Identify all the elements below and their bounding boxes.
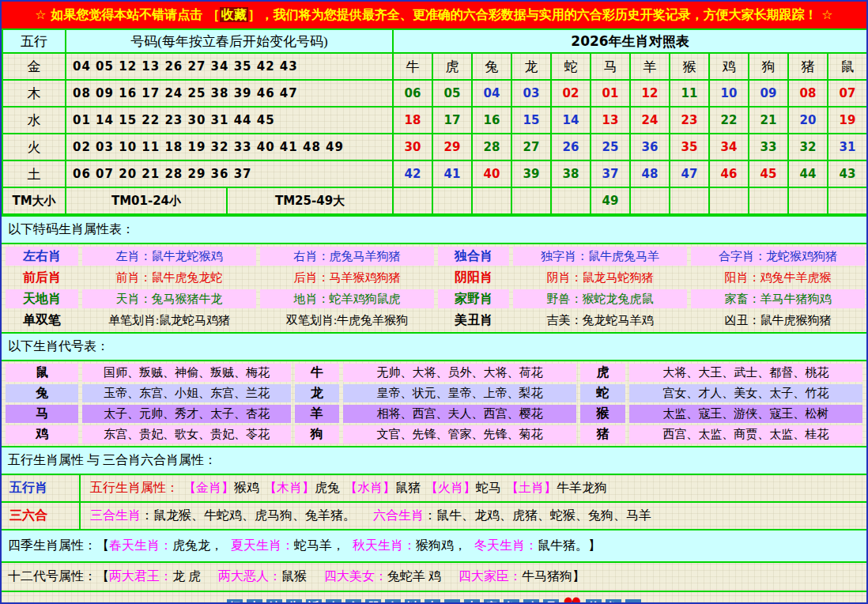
tm-empty-cell <box>432 187 472 214</box>
element-numbers: 04 05 12 13 26 27 34 35 42 43 <box>66 53 393 80</box>
slogan-char-box: 家 <box>484 599 500 604</box>
slogan-heart-char: 真 <box>568 600 578 604</box>
attr-cell: 合字肖：龙蛇猴鸡狗猪 <box>691 247 865 266</box>
slogan-char-box: 告 <box>286 599 302 604</box>
zodiac-number-cell: 29 <box>432 134 472 160</box>
zodiac-header-cell: 猪 <box>788 53 828 80</box>
element-numbers: 08 09 16 17 24 25 38 39 46 47 <box>66 80 393 107</box>
zodiac-number-cell: 42 <box>393 160 432 187</box>
zodiac-number-cell: 45 <box>749 160 788 187</box>
element-row-earth: 土 06 07 20 21 28 29 36 37 42 41 40 39 38… <box>2 160 867 187</box>
attr-row: 天地肖 天肖：兔马猴猪牛龙 地肖：蛇羊鸡狗鼠虎 家野肖 野兽：猴蛇龙兔虎鼠 家畜… <box>6 289 865 308</box>
tm-empty-cell <box>630 187 670 214</box>
numbers-header-cell: 号码(每年按立春后开始变化号码) <box>66 29 393 53</box>
slogan-char-box: 的 <box>586 599 602 604</box>
attr-label: 前后肖 <box>6 268 78 287</box>
zodiac-number-cell: 38 <box>551 160 591 187</box>
element-bracket: 【火肖】 <box>425 481 476 494</box>
zodiac-number-cell: 30 <box>393 134 432 160</box>
season-label: 春天生肖： <box>109 538 172 552</box>
zodiac-number-cell: 32 <box>788 134 828 160</box>
attr-section-title: 以下特码生肖属性表： <box>2 215 866 244</box>
wuxing-prefix: 五行生肖属性： <box>90 481 179 494</box>
zodiac-label: 鸡 <box>6 425 78 444</box>
slogan-char-box: 把 <box>227 599 243 604</box>
slogan-char-box: 大 <box>464 599 480 604</box>
zodiac-number-cell: 01 <box>591 80 630 107</box>
bookmark-link[interactable]: 收藏 <box>220 7 248 22</box>
zodiac-number-cell: 17 <box>432 107 472 134</box>
attr-label: 单双笔 <box>6 311 78 330</box>
element-label: 水 <box>2 107 66 134</box>
zodiac-label: 蛇 <box>580 384 625 402</box>
element-label: 木 <box>2 80 66 107</box>
zodiac-number-cell: 08 <box>788 80 828 107</box>
zodiac-number-cell: 10 <box>709 80 749 107</box>
sanliuhe-row: 三六合 三合生肖：鼠龙猴、牛蛇鸡、虎马狗、兔羊猪。六合生肖：鼠牛、龙鸡、虎猪、蛇… <box>2 503 866 530</box>
zodiac-number-cell: 24 <box>630 107 670 134</box>
slogan-char-box: 本 <box>247 599 262 604</box>
zodiac-label: 虎 <box>580 364 625 382</box>
tm-empty-cell <box>511 187 551 214</box>
zodiac-label: 羊 <box>295 405 339 423</box>
zodiac-number-cell: 43 <box>828 160 867 187</box>
twelve-codes-row: 十二代号属性：【两大君王：龙 虎两大恶人：鼠猴四大美女：兔蛇羊 鸡四大家臣：牛马… <box>2 563 866 592</box>
element-row-fire: 火 02 03 10 11 18 19 32 33 40 41 48 49 30… <box>2 134 867 160</box>
zodiac-number-cell: 18 <box>393 107 432 134</box>
attr-cell: 左肖：鼠牛龙蛇猴鸡 <box>82 247 256 266</box>
attr-cell: 独字肖：鼠牛虎兔马羊 <box>513 247 687 266</box>
zodiac-table-title: 年生肖对照表 <box>609 34 689 49</box>
zodiac-number-cell: 28 <box>472 134 511 160</box>
zodiac-label: 鼠 <box>6 364 78 382</box>
twelve-prefix: 十二代号属性：【 <box>8 569 109 583</box>
attr-row: 单双笔 单笔划肖:鼠龙蛇马鸡猪 双笔划肖:牛虎兔羊猴狗 美丑肖 吉美：兔龙蛇马羊… <box>6 311 865 330</box>
page: ☆ 如果您觉得本站不错请点击 ［收藏］，我们将为您提供最齐全、更准确的六合彩数据… <box>0 0 868 604</box>
zodiac-label: 马 <box>6 405 78 423</box>
zodiac-number-cell: 39 <box>511 160 551 187</box>
zodiac-number-cell: 41 <box>432 160 472 187</box>
tm-empty-cell <box>828 187 867 214</box>
element-zodiacs: 牛羊龙狗 <box>557 481 607 494</box>
code-names: 文官、先锋、管家、先锋、菊花 <box>343 425 576 444</box>
zodiac-number-cell: 48 <box>630 160 670 187</box>
wuxing-header-cell: 五行 <box>2 29 66 53</box>
zodiac-number-cell: 03 <box>511 80 551 107</box>
attr-cell: 阳肖：鸡兔牛羊虎猴 <box>691 268 865 287</box>
footer-slogan: 把 本 站 告 诉 十 个 朋 友 以 上 ！ 大 家 好 才 是 ♥真 的 好… <box>2 592 866 604</box>
zodiac-number-cell: 12 <box>630 80 670 107</box>
element-zodiacs: 虎兔 <box>315 481 340 494</box>
sanhe-label: 三合生肖 <box>90 508 141 522</box>
attr-label: 左右肖 <box>6 247 78 266</box>
tm-big-label: TM25-49大 <box>227 187 393 214</box>
seasons-prefix: 四季生肖属性：【 <box>8 538 109 552</box>
element-bracket: 【水肖】 <box>345 481 395 494</box>
zodiac-number-cell: 25 <box>591 134 630 160</box>
zodiac-number-cell: 15 <box>511 107 551 134</box>
attr-cell: 阴肖：鼠龙马蛇狗猪 <box>513 268 687 287</box>
twelve-suffix: 】 <box>572 569 585 583</box>
banner-text-before: ☆ 如果您觉得本站不错请点击 ［ <box>35 7 219 22</box>
season-zodiacs: 猴狗鸡， <box>416 538 466 552</box>
zodiac-number-cell: 36 <box>630 134 670 160</box>
code-names: 无帅、大将、员外、大将、荷花 <box>343 364 576 382</box>
code-names: 东宫、贵妃、歌女、贵妃、苓花 <box>82 425 290 444</box>
tm-number-49-cell: 49 <box>591 187 630 214</box>
zodiac-number-cell: 33 <box>749 134 788 160</box>
slogan-char-box: 以 <box>405 599 421 604</box>
zodiac-number-cell: 40 <box>472 160 511 187</box>
wuxing-row-label-text: 五行肖 <box>9 480 47 496</box>
elements-zodiac-table: 五行 号码(每年按立春后开始变化号码) 2026年生肖对照表 金 04 05 1… <box>2 28 868 215</box>
season-zodiacs: 鼠牛猪。 <box>538 538 588 552</box>
liuhe-zodiacs: ：鼠牛、龙鸡、虎猪、蛇猴、兔狗、马羊 <box>424 508 651 522</box>
element-label: 火 <box>2 134 66 160</box>
attr-cell: 双笔划肖:牛虎兔羊猴狗 <box>260 311 434 330</box>
slogan-char-box: 站 <box>266 599 282 604</box>
season-label: 夏天生肖： <box>231 538 294 552</box>
code-row: 鸡 东宫、贵妃、歌女、贵妃、苓花 狗 文官、先锋、管家、先锋、菊花 猪 西宫、太… <box>6 425 862 444</box>
attr-label: 阴阳肖 <box>438 268 509 287</box>
zodiac-number-cell: 19 <box>828 107 867 134</box>
zodiac-header-cell: 蛇 <box>551 53 591 80</box>
twelve-label: 两大恶人： <box>218 569 281 583</box>
twelve-zodiacs: 鼠猴 <box>281 569 307 583</box>
tm-size-row: TM大小 TM01-24小 TM25-49大 49 <box>2 187 867 214</box>
